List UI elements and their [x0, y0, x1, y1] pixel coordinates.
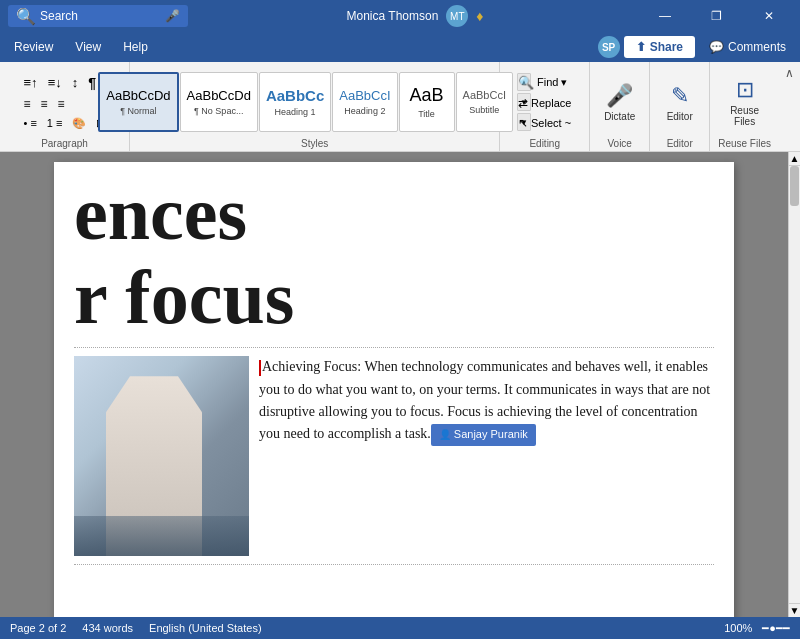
user-name: Monica Thomson: [347, 9, 439, 23]
style-heading2[interactable]: AaBbCcI Heading 2: [332, 72, 397, 132]
top-separator: [74, 347, 714, 348]
ribbon-collapse-button[interactable]: ∧: [779, 62, 800, 151]
title-bar-left: 🔍 Search 🎤: [8, 5, 188, 27]
scroll-track[interactable]: [789, 166, 800, 603]
status-bar-right: 100% ━●━━: [724, 622, 790, 635]
menu-item-view[interactable]: View: [65, 36, 111, 58]
align-right-button[interactable]: ≡: [54, 95, 69, 113]
search-icon: 🔍: [16, 7, 36, 26]
mic-icon: 🎤: [165, 9, 180, 23]
reuse-icon: ⊡: [736, 77, 754, 103]
minimize-button[interactable]: —: [642, 0, 688, 32]
zoom-slider[interactable]: ━●━━: [762, 622, 790, 635]
styles-content: AaBbCcDd ¶ Normal AaBbCcDd ¶ No Spac... …: [98, 66, 531, 138]
person-icon: 👤: [439, 429, 451, 440]
sort-button[interactable]: ↕: [68, 73, 83, 93]
share-icon: ⬆: [636, 40, 646, 54]
title-bar: 🔍 Search 🎤 Monica Thomson MT ♦ — ❐ ✕: [0, 0, 800, 32]
page-info: Page 2 of 2: [10, 622, 66, 634]
voice-content: 🎤 Dictate: [595, 66, 645, 138]
restore-button[interactable]: ❐: [694, 0, 740, 32]
bullet-list-button[interactable]: • ≡: [20, 115, 41, 132]
close-button[interactable]: ✕: [746, 0, 792, 32]
heading-line2: r focus: [74, 256, 734, 340]
styles-list: AaBbCcDd ¶ Normal AaBbCcDd ¶ No Spac... …: [98, 72, 513, 132]
align-row: ≡ ≡ ≡: [20, 95, 110, 113]
style-heading2-label: Heading 2: [344, 106, 385, 116]
body-area: Achieving Focus: When technology communi…: [54, 356, 734, 556]
list-row: • ≡ 1 ≡ 🎨 ⊞: [20, 115, 110, 132]
editing-group: 🔍 Find ▾ ⇄ Replace ↖ Select ~: [500, 62, 590, 151]
increase-indent-button[interactable]: ≡↓: [44, 73, 66, 93]
scroll-down-button[interactable]: ▼: [789, 603, 800, 617]
style-subtitle-label: Subtitle: [469, 105, 499, 115]
word-count: 434 words: [82, 622, 133, 634]
dictate-button[interactable]: 🎤 Dictate: [595, 81, 645, 124]
editor-group: ✎ Editor Editor: [650, 62, 710, 151]
vertical-scrollbar[interactable]: ▲ ▼: [788, 152, 800, 617]
menu-bar: Review View Help SP ⬆ Share 💬 Comments: [0, 32, 800, 62]
numbered-list-button[interactable]: 1 ≡: [43, 115, 67, 132]
search-box[interactable]: 🔍 Search 🎤: [8, 5, 188, 27]
style-no-spacing-preview: AaBbCcDd: [187, 88, 251, 104]
select-icon: ↖: [518, 116, 528, 130]
diamond-icon: ♦: [476, 8, 483, 24]
scroll-thumb[interactable]: [790, 166, 799, 206]
replace-button[interactable]: ⇄ Replace: [512, 94, 577, 112]
style-heading1-preview: AaBbCc: [266, 87, 324, 105]
select-button[interactable]: ↖ Select ~: [512, 114, 577, 132]
find-icon: 🔍: [518, 75, 534, 90]
user-avatar: MT: [446, 5, 468, 27]
style-no-spacing-label: ¶ No Spac...: [194, 106, 243, 116]
article-image: [74, 356, 249, 556]
voice-group: 🎤 Dictate Voice: [590, 62, 650, 151]
replace-icon: ⇄: [518, 96, 528, 110]
style-heading1[interactable]: AaBbCc Heading 1: [259, 72, 331, 132]
style-heading2-preview: AaBbCcI: [339, 88, 390, 104]
comments-button[interactable]: 💬 Comments: [699, 36, 796, 58]
paragraph-group-label: Paragraph: [41, 138, 88, 151]
share-button[interactable]: ⬆ Share: [624, 36, 695, 58]
body-text-content: Achieving Focus: When technology communi…: [259, 359, 710, 441]
menu-item-help[interactable]: Help: [113, 36, 158, 58]
style-no-spacing[interactable]: AaBbCcDd ¶ No Spac...: [180, 72, 258, 132]
style-normal[interactable]: AaBbCcDd ¶ Normal: [98, 72, 178, 132]
menu-item-review[interactable]: Review: [4, 36, 63, 58]
styles-group: AaBbCcDd ¶ Normal AaBbCcDd ¶ No Spac... …: [130, 62, 500, 151]
style-heading1-label: Heading 1: [275, 107, 316, 117]
decrease-indent-button[interactable]: ≡↑: [20, 73, 42, 93]
find-button[interactable]: 🔍 Find ▾: [512, 73, 573, 92]
voice-group-label: Voice: [607, 138, 631, 151]
editor-content: ✎ Editor: [655, 66, 705, 138]
zoom-level: 100%: [724, 622, 752, 634]
document-area: ences r focus Achieving Focus: When tech…: [0, 152, 800, 617]
editing-content: 🔍 Find ▾ ⇄ Replace ↖ Select ~: [512, 66, 577, 138]
scroll-up-button[interactable]: ▲: [789, 152, 800, 166]
comment-bubble: 👤Sanjay Puranik: [431, 424, 536, 446]
heading-line1: ences: [74, 172, 734, 256]
editing-group-label: Editing: [529, 138, 560, 151]
indent-row: ≡↑ ≡↓ ↕ ¶: [20, 73, 110, 93]
align-left-button[interactable]: ≡: [20, 95, 35, 113]
editor-button[interactable]: ✎ Editor: [655, 81, 705, 124]
align-center-button[interactable]: ≡: [37, 95, 52, 113]
menu-bar-right: SP ⬆ Share 💬 Comments: [598, 36, 796, 58]
body-text: Achieving Focus: When technology communi…: [249, 356, 714, 556]
status-bar: Page 2 of 2 434 words English (United St…: [0, 617, 800, 639]
select-row: ↖ Select ~: [512, 114, 577, 132]
title-bar-right: — ❐ ✕: [642, 0, 792, 32]
style-normal-label: ¶ Normal: [120, 106, 156, 116]
style-title-preview: AaB: [410, 85, 444, 107]
editing-buttons: 🔍 Find ▾ ⇄ Replace ↖ Select ~: [512, 73, 577, 132]
reuse-files-button[interactable]: ⊡ Reuse Files: [716, 75, 773, 129]
shading-button[interactable]: 🎨: [68, 115, 90, 132]
body-paragraph: Achieving Focus: When technology communi…: [259, 356, 714, 446]
title-bar-center: Monica Thomson MT ♦: [347, 5, 484, 27]
style-title[interactable]: AaB Title: [399, 72, 455, 132]
heading-text: ences r focus: [54, 162, 734, 339]
editor-icon: ✎: [671, 83, 689, 109]
text-cursor: [259, 360, 261, 376]
document-content: ences r focus Achieving Focus: When tech…: [0, 152, 788, 617]
styles-group-label: Styles: [301, 138, 328, 151]
language: English (United States): [149, 622, 262, 634]
